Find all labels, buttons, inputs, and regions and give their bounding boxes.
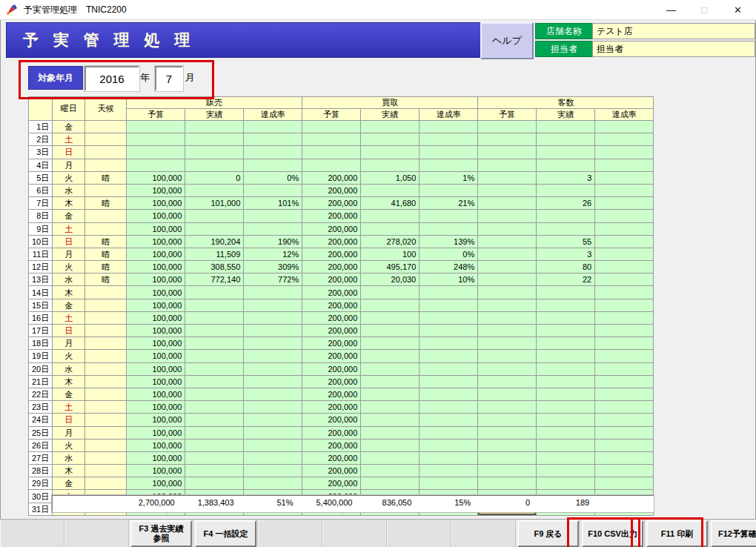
- value-cell[interactable]: 200,000: [302, 299, 361, 311]
- value-cell[interactable]: 248%: [420, 261, 478, 274]
- value-cell[interactable]: 100,000: [127, 350, 185, 362]
- value-cell[interactable]: 100: [361, 248, 420, 260]
- close-button[interactable]: ✕: [721, 0, 755, 19]
- value-cell[interactable]: [420, 388, 478, 400]
- value-cell[interactable]: [478, 261, 537, 274]
- weather-cell[interactable]: 晴: [85, 171, 127, 184]
- value-cell[interactable]: 80: [537, 261, 595, 274]
- value-cell[interactable]: 100,000: [127, 311, 185, 324]
- minimize-button[interactable]: —: [654, 0, 688, 19]
- value-cell[interactable]: [185, 286, 244, 299]
- value-cell[interactable]: [420, 159, 478, 171]
- weather-cell[interactable]: [85, 426, 127, 439]
- value-cell[interactable]: [185, 388, 244, 400]
- value-cell[interactable]: 12%: [244, 248, 302, 260]
- value-cell[interactable]: [420, 350, 478, 362]
- value-cell[interactable]: [595, 401, 654, 414]
- value-cell[interactable]: [420, 121, 478, 133]
- weather-cell[interactable]: [85, 210, 127, 222]
- value-cell[interactable]: 101,000: [185, 197, 244, 210]
- value-cell[interactable]: [244, 375, 302, 388]
- value-cell[interactable]: 200,000: [302, 210, 361, 222]
- value-cell[interactable]: [420, 362, 478, 375]
- value-cell[interactable]: 3: [537, 248, 595, 260]
- value-cell[interactable]: [595, 299, 654, 311]
- value-cell[interactable]: [185, 350, 244, 362]
- value-cell[interactable]: [361, 401, 420, 414]
- value-cell[interactable]: [537, 401, 595, 414]
- value-cell[interactable]: [420, 439, 478, 451]
- value-cell[interactable]: 100,000: [127, 197, 185, 210]
- value-cell[interactable]: [478, 325, 537, 337]
- value-cell[interactable]: [127, 121, 185, 133]
- value-cell[interactable]: [127, 159, 185, 171]
- value-cell[interactable]: [478, 375, 537, 388]
- value-cell[interactable]: [478, 274, 537, 286]
- value-cell[interactable]: [185, 159, 244, 171]
- value-cell[interactable]: [478, 184, 537, 196]
- f9-button[interactable]: F9 戻る: [517, 520, 579, 547]
- value-cell[interactable]: [244, 311, 302, 324]
- value-cell[interactable]: 100,000: [127, 171, 185, 184]
- value-cell[interactable]: [478, 362, 537, 375]
- value-cell[interactable]: [595, 311, 654, 324]
- weather-cell[interactable]: [85, 337, 127, 350]
- weather-cell[interactable]: [85, 299, 127, 311]
- weather-cell[interactable]: [85, 121, 127, 133]
- f4-button[interactable]: F4 一括設定: [195, 520, 256, 547]
- month-input[interactable]: 7: [155, 66, 183, 91]
- value-cell[interactable]: [244, 426, 302, 439]
- value-cell[interactable]: [420, 222, 478, 235]
- value-cell[interactable]: 0%: [244, 171, 302, 184]
- value-cell[interactable]: [361, 146, 420, 159]
- value-cell[interactable]: [420, 401, 478, 414]
- value-cell[interactable]: 200,000: [302, 401, 361, 414]
- value-cell[interactable]: [595, 248, 654, 260]
- value-cell[interactable]: 200,000: [302, 451, 361, 464]
- value-cell[interactable]: [478, 299, 537, 311]
- value-cell[interactable]: [537, 362, 595, 375]
- value-cell[interactable]: [478, 451, 537, 464]
- value-cell[interactable]: 55: [537, 235, 595, 248]
- value-cell[interactable]: [244, 133, 302, 146]
- weather-cell[interactable]: [85, 325, 127, 337]
- value-cell[interactable]: [420, 311, 478, 324]
- value-cell[interactable]: [537, 325, 595, 337]
- value-cell[interactable]: 100,000: [127, 274, 185, 286]
- weather-cell[interactable]: [85, 414, 127, 426]
- value-cell[interactable]: 100,000: [127, 375, 185, 388]
- value-cell[interactable]: [537, 121, 595, 133]
- value-cell[interactable]: 200,000: [302, 414, 361, 426]
- value-cell[interactable]: [537, 222, 595, 235]
- value-cell[interactable]: 190%: [244, 235, 302, 248]
- value-cell[interactable]: [420, 477, 478, 490]
- value-cell[interactable]: 100,000: [127, 388, 185, 400]
- value-cell[interactable]: 100,000: [127, 248, 185, 260]
- weather-cell[interactable]: [85, 146, 127, 159]
- value-cell[interactable]: [478, 311, 537, 324]
- value-cell[interactable]: [361, 286, 420, 299]
- value-cell[interactable]: [478, 477, 537, 490]
- value-cell[interactable]: [478, 286, 537, 299]
- f12-button[interactable]: F12予算確定: [711, 520, 756, 547]
- value-cell[interactable]: [595, 388, 654, 400]
- weather-cell[interactable]: [85, 477, 127, 490]
- value-cell[interactable]: 200,000: [302, 197, 361, 210]
- value-cell[interactable]: [185, 311, 244, 324]
- value-cell[interactable]: [595, 362, 654, 375]
- value-cell[interactable]: [420, 426, 478, 439]
- value-cell[interactable]: [478, 401, 537, 414]
- value-cell[interactable]: [420, 184, 478, 196]
- value-cell[interactable]: [244, 362, 302, 375]
- value-cell[interactable]: [595, 414, 654, 426]
- weather-cell[interactable]: [85, 350, 127, 362]
- weather-cell[interactable]: [85, 159, 127, 171]
- value-cell[interactable]: [361, 414, 420, 426]
- value-cell[interactable]: [361, 388, 420, 400]
- value-cell[interactable]: 200,000: [302, 171, 361, 184]
- value-cell[interactable]: [185, 477, 244, 490]
- value-cell[interactable]: [244, 286, 302, 299]
- value-cell[interactable]: [595, 159, 654, 171]
- value-cell[interactable]: [185, 210, 244, 222]
- value-cell[interactable]: 309%: [244, 261, 302, 274]
